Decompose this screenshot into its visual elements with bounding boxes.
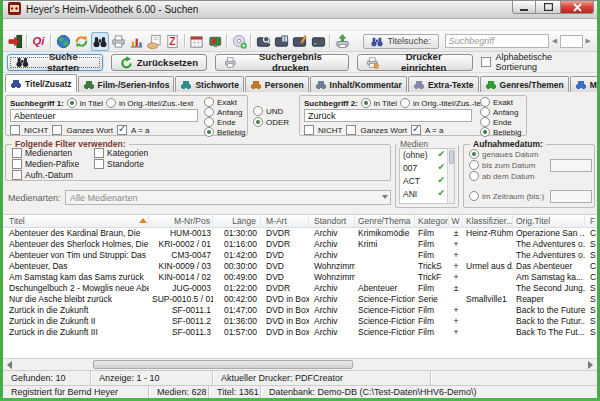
column-header[interactable]: M-Art [263, 215, 309, 228]
print-icon[interactable] [109, 32, 127, 51]
medienarten-combobox[interactable]: Alle Medienarten [65, 190, 391, 205]
column-header[interactable]: Genre/Thema [355, 215, 415, 228]
filter-medienarten-option[interactable]: Medienarten [12, 148, 72, 158]
zuruecksetzen-button[interactable]: Zurücksetzen [111, 54, 207, 71]
mode-anfang-radio[interactable] [480, 107, 490, 117]
tv-icon[interactable] [206, 32, 224, 51]
nicht-checkbox[interactable] [10, 125, 20, 135]
suchergebnis-drucken-button[interactable]: Suchergebnis drucken [215, 54, 349, 71]
prefix-list-item[interactable]: ACT [400, 175, 454, 188]
search-icon[interactable] [91, 32, 109, 51]
prefix-list-item[interactable]: 007 [400, 162, 454, 175]
calendar-icon[interactable] [188, 32, 206, 51]
column-header[interactable]: F [587, 215, 597, 228]
column-header[interactable]: Klassifizier... [463, 215, 513, 228]
filter-standorte-option[interactable]: Standorte [94, 159, 144, 169]
tab[interactable]: Stichworte [175, 76, 243, 92]
prefix-list-item[interactable]: (ohne) [400, 149, 454, 162]
qi-logo-icon[interactable]: Qi [30, 32, 48, 51]
table-row[interactable]: Nur die Asche bleibt zurückSUP-0010.5 / … [3, 294, 597, 305]
mode-ende-radio[interactable] [204, 117, 214, 127]
horizontal-scrollbar[interactable] [3, 358, 597, 370]
mode-anfang-radio[interactable] [204, 107, 214, 117]
column-header[interactable]: W [449, 215, 463, 228]
mode-beliebig-radio[interactable] [204, 127, 214, 137]
exit-icon[interactable] [6, 32, 24, 51]
table-row[interactable]: Abenteuer des Kardinal Braun, DieHUM-001… [3, 228, 597, 239]
scope-titel-radio[interactable] [361, 98, 371, 108]
bis-zum-datum-option[interactable]: bis zum Datum [469, 160, 535, 170]
alphabetische-sortierung-checkbox[interactable]: Alphabetische Sortierung [481, 52, 593, 72]
column-header[interactable]: Länge [215, 215, 261, 228]
datum2-input[interactable] [550, 190, 592, 203]
im-zeitraum-option[interactable]: im Zeitraum (bis:) [469, 191, 544, 201]
und-radio[interactable] [253, 106, 263, 116]
refresh-icon[interactable] [73, 32, 91, 51]
nav-prev-icon[interactable]: ◀ [552, 37, 557, 45]
lend-hand-icon[interactable] [145, 32, 163, 51]
minimize-button[interactable] [512, 1, 536, 14]
nav-next-icon[interactable]: ▶ [586, 37, 591, 45]
mode-beliebig-radio[interactable] [480, 127, 490, 137]
z-document-icon[interactable]: Z [164, 32, 182, 51]
print-export-icon[interactable] [333, 32, 351, 51]
table-row[interactable]: Abenteuer, DasKIN-0009 / 0300:30:00DVDWo… [3, 261, 597, 272]
tab[interactable]: Titel/Zusatz [5, 74, 77, 92]
statistics-icon[interactable] [127, 32, 145, 51]
table-row[interactable]: Am Samstag kam das Sams zurückKIN-0014 /… [3, 272, 597, 283]
tab[interactable]: Film-/Serien-Infos [78, 76, 175, 92]
table-row[interactable]: Abenteuer des Sherlock Holmes, DieKRI-00… [3, 239, 597, 250]
ab-dem-datum-option[interactable]: ab dem Datum [469, 171, 534, 181]
search-input[interactable] [445, 34, 549, 48]
tab[interactable]: Genres/Themen [480, 76, 569, 92]
column-header[interactable]: M-Nr/Pos [149, 215, 213, 228]
cd-icon[interactable] [230, 32, 248, 51]
filter-aufn-datum-option[interactable]: Aufn.-Datum [12, 170, 73, 180]
column-header[interactable]: Orig.Titel [513, 215, 585, 228]
scroll-left-arrow[interactable] [7, 361, 12, 369]
table-row[interactable]: Dschungelbuch 2 - Mowglis neue Abent...J… [3, 283, 597, 294]
scope-orig-radio[interactable] [400, 98, 410, 108]
database-book-icon[interactable] [273, 32, 291, 51]
maximize-button[interactable] [536, 1, 561, 14]
genaues-datum-option[interactable]: genaues Datum [469, 149, 538, 159]
tab[interactable]: Personen [245, 76, 309, 92]
ganzes-wort-checkbox[interactable] [52, 125, 62, 135]
database-edit-icon[interactable] [291, 32, 309, 51]
logic-und-option[interactable]: UND [253, 106, 283, 116]
filter-kategorien-option[interactable]: Kategorien [94, 148, 148, 158]
a-equals-checkbox[interactable] [411, 125, 421, 135]
ganzes-wort-checkbox[interactable] [346, 125, 356, 135]
database-search-icon[interactable] [254, 32, 272, 51]
prefix-list-item[interactable]: ANI [400, 188, 454, 201]
column-header[interactable]: Standort [311, 215, 355, 228]
tab[interactable]: Musik [570, 76, 597, 92]
mode-ende-radio[interactable] [480, 117, 490, 127]
column-header[interactable]: Kategorie [415, 215, 449, 228]
column-header[interactable]: Titel [3, 215, 149, 228]
mode-exakt-radio[interactable] [480, 97, 490, 107]
mode-exakt-radio[interactable] [204, 97, 214, 107]
tab[interactable]: Inhalt/Kommentar [310, 76, 407, 92]
scroll-right-arrow[interactable] [588, 361, 593, 369]
datum1-input[interactable] [550, 159, 592, 172]
table-row[interactable]: Zurück in die Zukunft IIISF-0011.301:57:… [3, 327, 597, 338]
logic-oder-option[interactable]: ODER [253, 117, 289, 127]
scope-titel-radio[interactable] [67, 98, 77, 108]
suchbegriff1-input[interactable] [10, 109, 198, 122]
table-row[interactable]: Abenteuer von Tim und Struppi: Das Ge...… [3, 250, 597, 261]
tab[interactable]: Extra-Texte [408, 76, 479, 92]
close-button[interactable] [561, 1, 594, 14]
drucker-einrichten-button[interactable]: Drucker einrichten [357, 54, 473, 71]
suchbegriff2-input[interactable] [304, 109, 472, 122]
scrollbar-thumb[interactable] [93, 360, 353, 369]
title-nav-input[interactable] [560, 35, 582, 48]
table-row[interactable]: Zurück in die ZukunftSF-0011.101:47:00DV… [3, 305, 597, 316]
scope-orig-radio[interactable] [106, 98, 116, 108]
globe-icon[interactable] [54, 32, 72, 51]
table-row[interactable]: Zurück in die Zukunft IISF-0011.201:36:0… [3, 316, 597, 327]
oder-radio[interactable] [253, 117, 263, 127]
database-icon[interactable] [309, 32, 327, 51]
filter-medien-praefixe-option[interactable]: Medien-Päfixe [12, 159, 79, 169]
titelsuche-button[interactable]: Titelsuche: [363, 34, 438, 49]
